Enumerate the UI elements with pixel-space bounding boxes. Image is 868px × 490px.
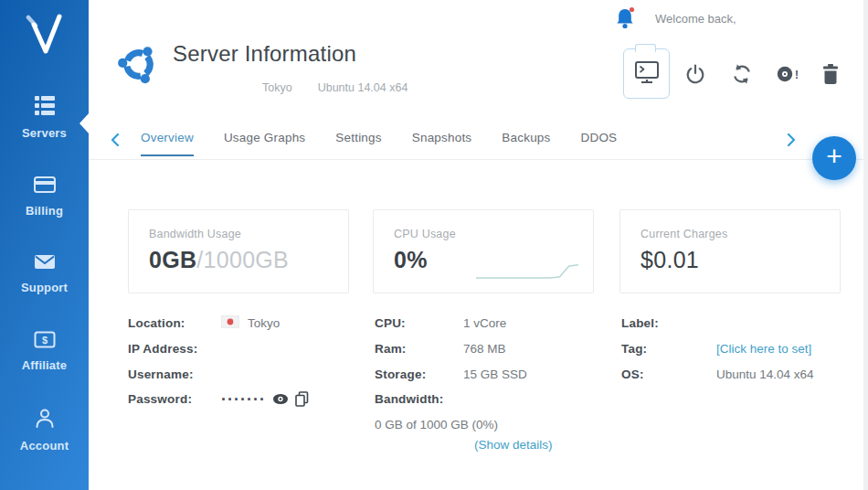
details-column-location: Location: Tokyo IP Address: Username: <box>128 311 356 412</box>
deploy-new-server-button[interactable]: + <box>812 136 856 180</box>
bandwidth-usage-text: 0 GB of 1000 GB (0%) <box>375 418 603 431</box>
current-charges-card: Current Charges $0.01 <box>619 209 841 293</box>
tab-backups[interactable]: Backups <box>502 131 550 156</box>
detail-row-ram: Ram: 768 MB <box>375 336 603 362</box>
detail-row-bandwidth: Bandwidth: <box>375 387 603 412</box>
card-label: CPU Usage <box>394 228 593 240</box>
detail-label: Username: <box>128 368 221 381</box>
cpu-usage-card: CPU Usage 0% <box>373 209 594 293</box>
detail-row-ip: IP Address: <box>128 336 356 362</box>
card-value: $0.01 <box>640 247 840 273</box>
servers-icon <box>0 95 89 120</box>
detail-row-cpu: CPU: 1 vCore <box>375 311 603 336</box>
detail-label: Storage: <box>375 368 463 381</box>
power-button[interactable] <box>683 61 708 87</box>
details-column-meta: Label: Tag: [Click here to set] OS: Ubun… <box>621 311 868 387</box>
card-value: 0GB/1000GB <box>149 247 348 273</box>
sidebar-item-account[interactable]: Account <box>0 408 89 453</box>
location-text: Tokyo <box>248 316 280 330</box>
copy-icon <box>295 391 309 407</box>
server-location: Tokyo <box>262 81 292 94</box>
detail-row-os: OS: Ubuntu 14.04 x64 <box>621 361 868 387</box>
trash-icon <box>820 62 841 86</box>
tab-snapshots[interactable]: Snapshots <box>412 131 472 156</box>
destroy-button[interactable] <box>818 61 843 87</box>
page-title: Server Information <box>173 41 356 67</box>
svg-text:!: ! <box>795 69 799 81</box>
tab-usage-graphs[interactable]: Usage Graphs <box>224 131 305 156</box>
power-icon <box>683 61 707 87</box>
vultr-v-logo[interactable] <box>19 7 69 64</box>
tab-ddos[interactable]: DDOS <box>581 131 618 156</box>
sidebar-item-label: Support <box>0 281 89 294</box>
detail-row-tag: Tag: [Click here to set] <box>621 336 868 362</box>
detail-label: Password: <box>128 392 221 406</box>
notification-bell-icon[interactable] <box>614 5 638 35</box>
card-label: Current Charges <box>640 228 840 240</box>
detail-row-storage: Storage: 15 GB SSD <box>375 361 603 387</box>
restart-button[interactable] <box>729 61 755 87</box>
detail-value: 1 vCore <box>463 316 506 330</box>
server-information-page: Servers Billing Support <box>0 0 868 490</box>
sidebar-item-label: Account <box>0 439 89 453</box>
sidebar-item-label: Servers <box>0 126 89 140</box>
password-masked-value: ······· <box>221 393 266 406</box>
eye-icon <box>272 393 289 405</box>
tab-overview[interactable]: Overview <box>141 131 194 156</box>
set-tag-link[interactable]: [Click here to set] <box>716 342 811 356</box>
iso-button[interactable]: ! <box>775 61 800 87</box>
detail-label: Bandwidth: <box>375 392 463 406</box>
page-scrollbar[interactable] <box>863 0 868 490</box>
detail-value: ······· <box>221 391 309 407</box>
support-icon <box>0 253 89 274</box>
notification-dot <box>630 7 634 12</box>
detail-value: Tokyo <box>221 315 280 331</box>
sidebar-item-affiliate[interactable]: $ Affiliate <box>0 331 89 372</box>
sidebar-item-label: Affiliate <box>0 358 89 372</box>
server-os: Ubuntu 14.04 x64 <box>318 81 408 94</box>
detail-label: IP Address: <box>128 342 221 356</box>
sidebar-item-label: Billing <box>0 204 89 218</box>
tab-settings[interactable]: Settings <box>335 131 381 156</box>
sidebar-item-billing[interactable]: Billing <box>0 176 89 218</box>
detail-value: 15 GB SSD <box>463 368 527 381</box>
show-password-button[interactable] <box>272 393 289 405</box>
show-details-link[interactable]: (Show details) <box>474 438 603 452</box>
detail-label: Ram: <box>375 342 463 356</box>
cpu-sparkline <box>474 256 582 282</box>
chevron-left-icon <box>111 133 120 147</box>
tabs-divider <box>89 159 868 160</box>
tabs-scroll-right-button[interactable] <box>787 133 796 151</box>
detail-row-password: Password: ······· <box>128 387 356 412</box>
billing-icon <box>0 176 89 197</box>
chevron-right-icon <box>787 133 796 147</box>
detail-label: CPU: <box>375 316 463 330</box>
affiliate-icon: $ <box>0 331 89 352</box>
iso-disc-icon: ! <box>775 61 800 87</box>
sidebar: Servers Billing Support <box>0 0 89 490</box>
detail-label: Label: <box>621 316 716 330</box>
card-label: Bandwidth Usage <box>149 228 348 240</box>
welcome-text: Welcome back, <box>655 12 736 26</box>
detail-value: 768 MB <box>463 342 506 356</box>
svg-text:$: $ <box>41 335 47 346</box>
console-icon <box>633 59 661 89</box>
console-button[interactable] <box>623 48 670 99</box>
ubuntu-logo <box>116 42 161 91</box>
sidebar-item-servers[interactable]: Servers <box>0 95 89 140</box>
bandwidth-usage-card: Bandwidth Usage 0GB/1000GB <box>128 209 349 293</box>
detail-row-label: Label: <box>621 311 868 336</box>
detail-label: OS: <box>621 368 716 381</box>
tab-bar: Overview Usage Graphs Settings Snapshots… <box>141 131 617 156</box>
details-column-hardware: CPU: 1 vCore Ram: 768 MB Storage: 15 GB … <box>375 311 603 452</box>
copy-password-button[interactable] <box>295 391 309 407</box>
refresh-icon <box>730 61 754 87</box>
detail-row-location: Location: Tokyo <box>128 311 356 336</box>
detail-label: Location: <box>128 316 221 330</box>
main-content: Welcome back, Server Information Tokyo U… <box>89 0 868 490</box>
sidebar-item-support[interactable]: Support <box>0 253 89 294</box>
japan-flag-icon <box>221 315 239 331</box>
tabs-scroll-left-button[interactable] <box>111 133 120 151</box>
card-value-suffix: /1000GB <box>196 247 289 272</box>
detail-value: Ubuntu 14.04 x64 <box>716 368 814 381</box>
